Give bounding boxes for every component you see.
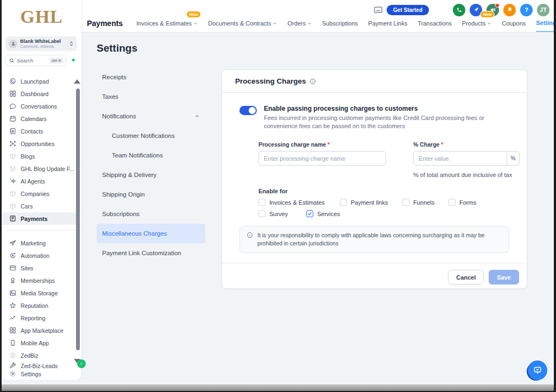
gear-icon [9,370,16,377]
sidebar-divider [7,230,75,231]
chevron-down-icon [307,21,312,26]
sidebar-item-opportunities[interactable]: Opportunities [2,137,78,150]
sidebar-item-payments[interactable]: Payments [2,212,78,225]
paper-plane-icon [9,239,16,246]
sparkle-icon [9,178,16,185]
sidebar-item-marketing[interactable]: Marketing [2,237,78,249]
sidebar-item-ai-agents[interactable]: AI Agents [2,175,78,187]
checkbox-checked-icon [306,210,313,217]
sparkle-plus-icon[interactable]: ✦ [71,56,76,64]
brand-logo: GHL [2,7,81,27]
keyboard-shortcuts-icon[interactable] [374,7,382,13]
account-location: Canmore, Alberta [20,44,61,49]
app-window: Get Started ? JT Payments Invoices & Est… [2,0,554,384]
nav-transactions[interactable]: Transactions [418,15,452,32]
phone-device-icon [9,339,16,346]
settings-nav-customer-notifications[interactable]: Customer Notifications [97,126,205,146]
sidebar-item-conversations[interactable]: Conversations [2,100,78,112]
sidebar-item-app-marketplace[interactable]: App Marketplace [2,324,78,337]
cube-icon [9,190,16,197]
nav-orders[interactable]: Orders [287,15,312,32]
chart-icon [9,314,16,321]
settings-nav-shipping-delivery[interactable]: Shipping & Delivery [97,165,205,185]
settings-nav: Receipts Taxes Notifications Customer No… [97,67,205,263]
account-switcher[interactable]: Blank WhiteLabel Canmore, Alberta [5,36,77,51]
sidebar-item-reporting[interactable]: Reporting [2,312,78,324]
automation-icon [9,252,16,259]
enable-charges-toggle[interactable] [239,106,257,115]
sidebar-item-mobile-app[interactable]: Mobile App [2,337,78,349]
collapse-sidebar-button[interactable] [77,359,86,368]
wrench-icon [9,362,16,369]
new-badge: New [186,11,201,18]
image-icon [9,289,16,296]
checkbox-funnels[interactable]: Funnels [402,199,448,206]
settings-nav-miscellaneous-charges[interactable]: Miscellaneous Charges [97,224,205,243]
dashboard-icon [9,90,16,97]
sidebar-item-cars[interactable]: Cars [2,200,78,212]
cube-icon [9,203,16,210]
checkbox-services[interactable]: Services [306,210,340,217]
sidebar-item-companies[interactable]: Companies [2,187,78,200]
chat-widget-button[interactable] [527,361,547,381]
settings-nav-taxes[interactable]: Taxes [97,87,205,106]
cube-icon [9,165,16,172]
sidebar-item-contacts[interactable]: Contacts [2,125,78,137]
sidebar-item-reputation[interactable]: Reputation [2,299,78,312]
sidebar-item-blogs[interactable]: Blogs [2,150,78,162]
charge-name-label: Processing charge name [258,141,326,148]
sidebar-item-automation[interactable]: Automation [2,249,78,262]
sidebar-item-memberships[interactable]: Memberships [2,274,78,287]
checkbox-forms[interactable]: Forms [448,199,486,206]
percent-charge-label: % Charge [413,141,439,148]
get-started-button[interactable]: Get Started [387,5,429,15]
sidebar-item-zedbiz[interactable]: ZedBiz [2,349,78,362]
info-icon[interactable] [309,78,316,85]
chat-bubble-icon [9,103,16,110]
notification-dot [495,3,500,8]
chevron-down-icon [273,21,277,26]
settings-nav-payment-link-customization[interactable]: Payment Link Customization [97,243,205,263]
search-input[interactable]: Search ctrl K [5,55,66,66]
top-bar: Get Started ? JT Payments Invoices & Est… [81,0,554,33]
settings-nav-receipts[interactable]: Receipts [97,67,205,87]
scroll-up-arrow[interactable] [74,79,80,84]
sidebar-item-zed-biz-leads[interactable]: Zed-Biz-Leads [2,362,78,370]
nav-payment-links[interactable]: Payment Links [368,15,407,32]
sidebar: GHL Blank WhiteLabel Canmore, Alberta Se… [2,0,81,380]
processing-charges-panel: Processing Charges Enable passing proces… [222,69,527,289]
checkbox-payment-links[interactable]: Payment links [340,199,402,206]
settings-nav-team-notifications[interactable]: Team Notifications [97,146,205,165]
sidebar-item-sites[interactable]: Sites [2,262,78,274]
checkbox-icon [258,199,266,206]
chevron-down-icon [487,21,491,26]
chevron-up-icon [194,113,200,119]
save-button[interactable]: Save [489,270,519,284]
sidebar-item-launchpad[interactable]: Launchpad [2,75,78,87]
nav-coupons[interactable]: Coupons [502,15,526,32]
nav-payments[interactable]: Payments [87,15,123,32]
required-asterisk: * [441,141,443,148]
settings-nav-notifications[interactable]: Notifications [97,106,205,126]
checkbox-icon [340,199,347,206]
settings-nav-shipping-origin[interactable]: Shipping Origin [97,185,205,204]
nav-settings[interactable]: Settings [536,15,554,32]
page-title: Settings [97,42,137,54]
charge-name-input[interactable] [258,151,386,166]
sidebar-item-calendars[interactable]: Calendars [2,112,78,125]
sidebar-item-ghl-blog-update[interactable]: GHL Blog Update F... [2,162,78,175]
percent-charge-input[interactable] [413,151,507,166]
sidebar-item-dashboard[interactable]: Dashboard [2,87,78,100]
payments-nav: Payments Invoices & Estimates New Docume… [87,15,554,32]
nav-products[interactable]: Products New [462,15,491,32]
nav-invoices-estimates[interactable]: Invoices & Estimates New [136,15,198,32]
checkbox-invoices-estimates[interactable]: Invoices & Estimates [258,199,340,206]
sidebar-item-settings[interactable]: Settings [2,370,78,378]
cancel-button[interactable]: Cancel [448,270,484,284]
settings-nav-subscriptions[interactable]: Subscriptions [97,204,205,224]
nav-subscriptions[interactable]: Subscriptions [322,15,358,32]
sidebar-item-media-storage[interactable]: Media Storage [2,287,78,299]
sidebar-scrollbar[interactable] [76,88,80,350]
checkbox-survey[interactable]: Survey [258,210,306,217]
nav-documents-contracts[interactable]: Documents & Contracts [208,15,277,32]
